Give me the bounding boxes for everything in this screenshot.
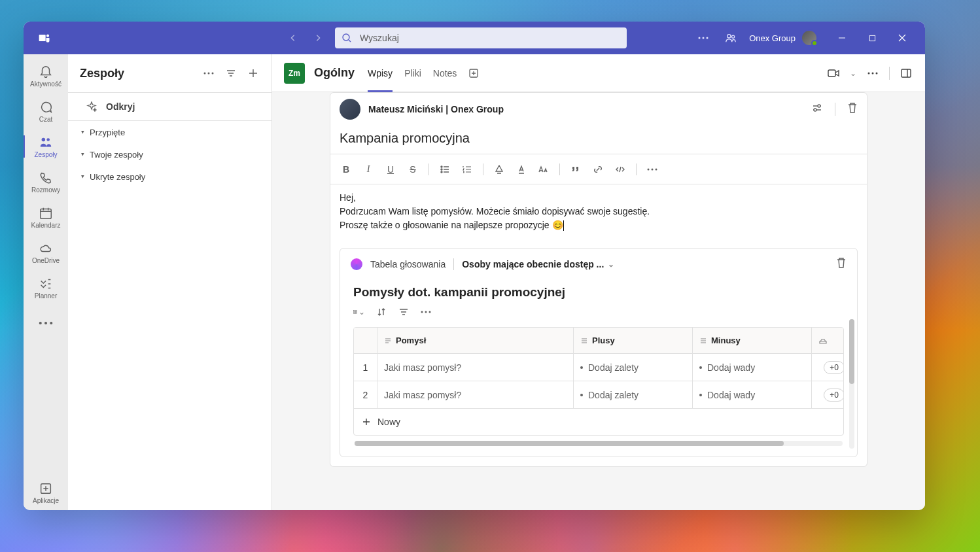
panel-add-button[interactable]: [247, 67, 260, 80]
cons-cell[interactable]: Dodaj wady: [693, 381, 812, 408]
sort-button[interactable]: [376, 306, 387, 318]
vote-column-icon: [818, 336, 828, 345]
search-box[interactable]: [335, 27, 627, 48]
compose-options-button[interactable]: [811, 102, 823, 116]
tab-files[interactable]: Pliki: [404, 54, 421, 92]
rail-more[interactable]: [24, 305, 68, 341]
chevron-right-icon: ▸: [80, 131, 86, 134]
table-row[interactable]: 2 Jaki masz pomysł? Dodaj zalety Dodaj w…: [354, 381, 843, 409]
rail-activity[interactable]: Aktywność: [24, 58, 68, 94]
text-cursor: [563, 220, 564, 231]
column-vote[interactable]: [812, 328, 844, 353]
plus-icon: [362, 417, 371, 426]
search-input[interactable]: [360, 33, 620, 43]
svg-point-9: [42, 137, 46, 141]
tab-add[interactable]: [468, 54, 479, 92]
highlight-button[interactable]: [493, 163, 506, 176]
svg-point-4: [703, 37, 705, 39]
chevron-down-icon[interactable]: ⌄: [850, 69, 856, 78]
phone-icon: [39, 171, 53, 185]
panel-more-button[interactable]: [202, 67, 215, 80]
pros-cell[interactable]: Dodaj zalety: [574, 381, 693, 408]
compose-card: Mateusz Miciński | Onex Group Kampania p…: [330, 92, 867, 467]
idea-cell[interactable]: Jaki masz pomysł?: [377, 354, 574, 381]
voting-table: Pomysł Plusy Minusy: [353, 327, 844, 436]
column-pros[interactable]: Plusy: [574, 328, 693, 353]
section-hidden-teams[interactable]: ▸ Ukryte zespoły: [68, 165, 271, 188]
table-row[interactable]: 1 Jaki masz pomysł? Dodaj zalety Dodaj w…: [354, 354, 843, 381]
format-more-button[interactable]: [646, 163, 659, 176]
svg-point-23: [876, 72, 878, 74]
font-color-button[interactable]: [515, 163, 528, 176]
svg-point-5: [707, 37, 709, 39]
loop-vertical-scrollbar[interactable]: [849, 319, 854, 449]
svg-point-32: [656, 168, 657, 170]
tab-notes[interactable]: Notes: [433, 54, 457, 92]
presence-indicator: [811, 40, 818, 46]
svg-rect-8: [869, 35, 875, 41]
add-row-button[interactable]: Nowy: [354, 409, 843, 435]
window-close-button[interactable]: [887, 27, 917, 48]
chat-icon: [39, 100, 53, 114]
open-pane-button[interactable]: [899, 66, 913, 80]
loop-title[interactable]: Pomysły dot. kampanii promocyjnej: [353, 285, 844, 300]
column-idea[interactable]: Pomysł: [377, 328, 574, 353]
window-minimize-button[interactable]: [827, 27, 857, 48]
rail-onedrive[interactable]: OneDrive: [24, 235, 68, 270]
underline-button[interactable]: U: [384, 163, 397, 176]
sparkle-icon: [86, 101, 97, 112]
section-pinned[interactable]: ▸ Przypięte: [68, 121, 271, 143]
svg-point-34: [421, 311, 423, 313]
panel-filter-button[interactable]: [224, 67, 237, 80]
team-avatar: Zm: [284, 63, 305, 84]
nav-back-button[interactable]: [283, 27, 304, 48]
compose-delete-button[interactable]: [847, 102, 858, 116]
rail-planner[interactable]: Planner: [24, 270, 68, 305]
quote-button[interactable]: [569, 163, 582, 176]
rail-teams[interactable]: Zespoły: [24, 129, 68, 164]
bullet-list-button[interactable]: [438, 163, 451, 176]
loop-horizontal-scrollbar[interactable]: [355, 441, 843, 446]
more-options-button[interactable]: [694, 29, 712, 47]
compose-body[interactable]: Hej, Podrzucam Wam listę pomysłów. Możec…: [330, 184, 867, 239]
tab-posts[interactable]: Wpisy: [368, 54, 393, 92]
discover-row[interactable]: Odkryj: [68, 92, 271, 121]
svg-rect-11: [41, 209, 52, 218]
loop-delete-button[interactable]: [836, 257, 847, 271]
user-avatar[interactable]: [801, 29, 818, 46]
strike-button[interactable]: S: [406, 163, 419, 176]
code-button[interactable]: [614, 163, 627, 176]
bold-button[interactable]: B: [340, 163, 353, 176]
cons-cell[interactable]: Dodaj wady: [693, 354, 812, 381]
teams-icon: [39, 135, 53, 150]
table-view-button[interactable]: ⌄: [353, 306, 365, 318]
loop-more-button[interactable]: [420, 306, 432, 318]
idea-cell[interactable]: Jaki masz pomysł?: [377, 381, 574, 408]
font-size-button[interactable]: [537, 163, 550, 176]
window-maximize-button[interactable]: [857, 27, 887, 48]
rail-calendar[interactable]: Kalendarz: [24, 199, 68, 235]
rail-chat[interactable]: Czat: [24, 94, 68, 129]
rail-apps[interactable]: Aplikacje: [24, 475, 68, 510]
meet-button[interactable]: [826, 66, 841, 80]
rail-calls[interactable]: Rozmowy: [24, 164, 68, 199]
cloud-icon: [39, 241, 53, 256]
filter-button[interactable]: [398, 306, 410, 318]
svg-point-14: [50, 322, 52, 324]
channel-more-button[interactable]: [866, 66, 880, 80]
pros-cell[interactable]: Dodaj zalety: [574, 354, 693, 381]
svg-point-22: [872, 72, 874, 74]
teams-list-panel: Zespoły Odkryj ▸: [68, 54, 272, 510]
column-cons[interactable]: Minusy: [693, 328, 812, 353]
compose-subject[interactable]: Kampania promocyjna: [330, 126, 867, 154]
vote-pill[interactable]: +0: [824, 361, 844, 374]
section-your-teams[interactable]: ▸ Twoje zespoły: [68, 143, 271, 165]
loop-access-dropdown[interactable]: Osoby mające obecnie dostęp ... ⌄: [462, 259, 614, 269]
nav-forward-button[interactable]: [307, 27, 328, 48]
people-icon[interactable]: [722, 29, 740, 47]
tenant-switcher[interactable]: Onex Group: [749, 29, 818, 46]
vote-pill[interactable]: +0: [824, 388, 844, 402]
number-list-button[interactable]: [461, 163, 474, 176]
italic-button[interactable]: I: [362, 163, 375, 176]
link-button[interactable]: [591, 163, 604, 176]
